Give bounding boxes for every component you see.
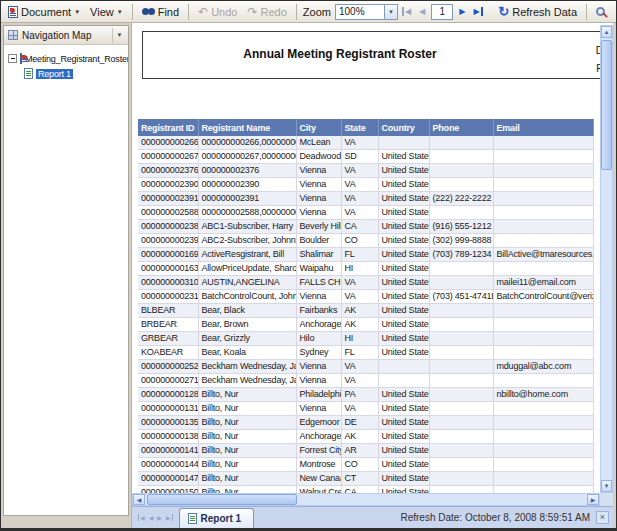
column-header[interactable]: Phone	[429, 119, 493, 136]
tree-item-report1[interactable]: Report 1	[8, 66, 128, 81]
table-row[interactable]: BLBEAR Bear, Black Fairbanks AK United S…	[138, 304, 593, 318]
column-header[interactable]: Registrant ID	[138, 119, 198, 136]
next-tab-button[interactable]: ▶	[157, 514, 162, 521]
cell-email: BillActive@tmaresources.com	[493, 248, 593, 262]
scroll-down-icon[interactable]: ▼	[601, 480, 612, 492]
cell-state: CA	[341, 220, 378, 234]
table-row[interactable]: 000000000169 ActiveResgistrant, Bill Sha…	[138, 248, 593, 262]
cell-phone: (302) 999-8888	[429, 234, 493, 248]
cell-registrant-id: 000000002391	[138, 192, 198, 206]
zoom-label: Zoom	[303, 6, 331, 18]
refresh-icon: ↻	[498, 4, 509, 19]
cell-state: VA	[341, 192, 378, 206]
vertical-scrollbar-thumb[interactable]	[601, 40, 612, 170]
cell-phone	[429, 304, 493, 318]
cell-registrant-id: 000000000266	[138, 136, 198, 150]
table-row[interactable]: 000000000131 Billto, Nur Vienna VA Unite…	[138, 402, 593, 416]
table-row[interactable]: 000000002390 000000002390 Vienna VA Unit…	[138, 178, 593, 192]
column-header[interactable]: City	[296, 119, 341, 136]
cell-country: United States	[378, 304, 429, 318]
last-tab-button[interactable]: ▶	[166, 514, 173, 521]
table-row[interactable]: 000000000266 000000000266,00000000002 Mc…	[138, 136, 593, 150]
cell-registrant-name: AllowPriceUpdate, Sharon	[198, 262, 296, 276]
table-row[interactable]: 000000000150 Billto, Nur Walnut Creek CA…	[138, 486, 593, 494]
table-row[interactable]: 000000000135 Billto, Nur Edgemoor DE Uni…	[138, 416, 593, 430]
cell-phone: (703) 789-1234	[429, 248, 493, 262]
next-page-button[interactable]: ▶	[457, 7, 467, 16]
refresh-date-text: Refresh Date: October 8, 2008 8:59:51 AM	[400, 512, 590, 523]
search-button[interactable]	[593, 6, 612, 17]
column-header[interactable]: Registrant Name	[198, 119, 296, 136]
panel-dropdown-button[interactable]: ▼	[112, 28, 126, 43]
table-row[interactable]: 000000000141 Billto, Nur Forrest City AR…	[138, 444, 593, 458]
first-tab-button[interactable]: ◀	[138, 514, 145, 521]
cell-email	[493, 136, 593, 150]
redo-button[interactable]: ↷ Redo	[244, 4, 289, 20]
collapse-icon[interactable]	[8, 54, 17, 63]
tree-item-report1-label: Report 1	[36, 69, 73, 79]
scroll-right-icon[interactable]: ▶	[587, 494, 599, 505]
table-row[interactable]: 000000002391 000000002391 Vienna VA Unit…	[138, 192, 593, 206]
last-page-button[interactable]: ▶	[471, 7, 482, 16]
table-row[interactable]: BRBEAR Bear, Brown Anchorage AK United S…	[138, 318, 593, 332]
table-row[interactable]: 000000000138 Billto, Nur Anchorage AK Un…	[138, 430, 593, 444]
table-row[interactable]: 000000000147 Billto, Nur New Canaan CT U…	[138, 472, 593, 486]
find-label: Find	[158, 6, 179, 18]
zoom-dropdown-button[interactable]: ▼	[385, 4, 398, 20]
table-row[interactable]: 000000000144 Billto, Nur Montrose CO Uni…	[138, 458, 593, 472]
cell-state: VA	[341, 402, 378, 416]
report-area: Annual Meeting Registrant Roster D P Reg…	[131, 23, 613, 528]
table-row[interactable]: 000000000310 AUSTIN,ANGELINA FALLS CHURC…	[138, 276, 593, 290]
find-button[interactable]: Find	[139, 5, 182, 19]
column-header[interactable]: Country	[378, 119, 429, 136]
cell-country: United States	[378, 234, 429, 248]
undo-button[interactable]: ↶ Undo	[195, 4, 240, 20]
view-menu[interactable]: View ▼	[87, 5, 126, 19]
table-row[interactable]: 000000002588 000000002588,00000000025 Vi…	[138, 206, 593, 220]
table-row[interactable]: 000000002376 000000002376 Vienna VA Unit…	[138, 164, 593, 178]
cell-country: United States	[378, 206, 429, 220]
cell-registrant-id: 000000000144	[138, 458, 198, 472]
table-row[interactable]: GRBEAR Bear, Grizzly Hilo HI United Stat…	[138, 332, 593, 346]
table-row[interactable]: 000000000252 Beckham Wednesday, Janus Vi…	[138, 360, 593, 374]
table-row[interactable]: 000000000128 Billto, Nur Philadelphia PA…	[138, 388, 593, 402]
column-header[interactable]: Email	[493, 119, 593, 136]
cell-city: New Canaan	[296, 472, 341, 486]
horizontal-scrollbar[interactable]: ◀ ▶	[132, 493, 600, 506]
table-row[interactable]: 000000000238 ABC1-Subscriber, Harry Beve…	[138, 220, 593, 234]
page-number-input[interactable]: 1	[431, 4, 453, 20]
column-header[interactable]: State	[341, 119, 378, 136]
scroll-left-icon[interactable]: ◀	[133, 494, 145, 505]
close-icon[interactable]: ×	[596, 511, 609, 524]
report-header-box: Annual Meeting Registrant Roster D P	[142, 31, 608, 79]
cell-country: United States	[378, 388, 429, 402]
first-page-button[interactable]: ◀	[402, 7, 413, 16]
table-header-row: Registrant IDRegistrant NameCityStateCou…	[138, 119, 593, 136]
chevron-down-icon: ▼	[74, 9, 80, 15]
table-row[interactable]: 000000000163 AllowPriceUpdate, Sharon Wa…	[138, 262, 593, 276]
table-row[interactable]: 000000000239 ABC2-Subscriber, Johnny Bou…	[138, 234, 593, 248]
table-row[interactable]: 000000000271 Beckham Wednesday, Janus Vi…	[138, 374, 593, 388]
horizontal-scrollbar-thumb[interactable]	[147, 494, 297, 505]
previous-page-button[interactable]: ◀	[417, 7, 427, 16]
cell-city: Edgemoor	[296, 416, 341, 430]
cell-country: United States	[378, 248, 429, 262]
table-row[interactable]: 000000000267 000000000267,00000000002 De…	[138, 150, 593, 164]
cell-phone	[429, 486, 493, 494]
cell-email	[493, 346, 593, 360]
table-row[interactable]: KOABEAR Bear, Koala Sydney FL United Sta…	[138, 346, 593, 360]
table-row[interactable]: 000000000231 BatchControlCount, John Vie…	[138, 290, 593, 304]
previous-tab-button[interactable]: ◀	[149, 514, 154, 521]
tab-report1[interactable]: Report 1	[179, 508, 255, 528]
refresh-data-button[interactable]: ↻ Refresh Data	[495, 3, 580, 20]
cell-country	[378, 374, 429, 388]
cell-city: Vienna	[296, 374, 341, 388]
zoom-select[interactable]: 100%	[335, 4, 385, 20]
scroll-up-icon[interactable]: ▲	[601, 26, 612, 38]
registrant-table: Registrant IDRegistrant NameCityStateCou…	[138, 119, 594, 493]
vertical-scrollbar[interactable]: ▲ ▼	[600, 25, 613, 493]
cell-city: Forrest City	[296, 444, 341, 458]
tree-item-roster[interactable]: Meeting_Registrant_Roster	[8, 51, 128, 66]
cell-city: Deadwood	[296, 150, 341, 164]
document-menu[interactable]: Document ▼	[5, 5, 83, 19]
